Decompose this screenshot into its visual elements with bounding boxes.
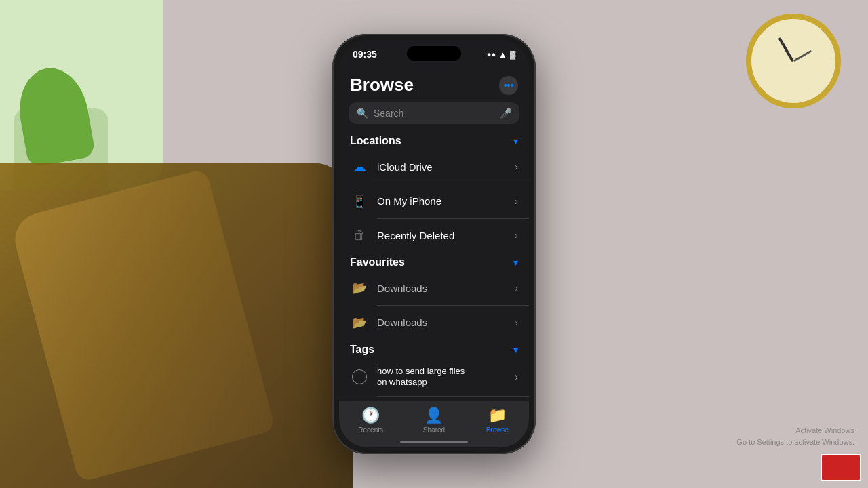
clock-decoration-right	[746, 14, 841, 108]
tab-browse[interactable]: 📁 Browse	[466, 407, 529, 434]
downloads-folder-icon-2: 📂	[350, 313, 369, 332]
windows-watermark-line1: Activate Windows	[736, 425, 854, 436]
tags-title: Tags	[350, 344, 374, 356]
windows-watermark-line2: Go to Settings to activate Windows.	[736, 436, 854, 448]
tags-collapse-icon[interactable]: ▾	[513, 344, 518, 355]
browse-tab-icon: 📁	[488, 407, 507, 424]
tab-recents[interactable]: 🕐 Recents	[339, 407, 402, 434]
tags-section-header: Tags ▾	[339, 340, 529, 359]
content-area: Browse ••• 🔍 Search 🎤 Locations ▾ ☁	[339, 69, 529, 401]
locations-collapse-icon[interactable]: ▾	[513, 136, 518, 146]
downloads-chevron-icon-2: ›	[515, 317, 518, 328]
mic-icon[interactable]: 🎤	[500, 108, 511, 119]
hand-overlay	[0, 163, 353, 488]
tag-whatsapp-label: how to send large fileson whatsapp	[377, 366, 507, 389]
status-icons: ●● ▲ ▓	[487, 49, 515, 60]
tag-whatsapp-icon	[350, 367, 369, 386]
recents-tab-label: Recents	[358, 426, 383, 434]
recently-deleted-chevron-icon: ›	[515, 230, 518, 241]
tag-whatsapp-chevron-icon: ›	[515, 371, 518, 382]
icloud-drive-label: iCloud Drive	[377, 161, 507, 173]
downloads-chevron-icon-1: ›	[515, 283, 518, 293]
recents-tab-icon: 🕐	[361, 407, 380, 424]
thumbnail-bottom-right	[821, 454, 861, 481]
shared-tab-icon: 👤	[425, 407, 443, 424]
search-input[interactable]: Search	[374, 108, 494, 119]
downloads-item-1[interactable]: 📂 Downloads ›	[339, 271, 529, 305]
phone: 09:35 ●● ▲ ▓ Browse ••• 🔍 Search 🎤	[332, 34, 536, 454]
tab-shared[interactable]: 👤 Shared	[402, 407, 465, 434]
favourites-section-header: Favourites ▾	[339, 252, 529, 271]
signal-icon: ●●	[487, 50, 496, 58]
phone-screen: 09:35 ●● ▲ ▓ Browse ••• 🔍 Search 🎤	[339, 41, 529, 447]
tag-whatsapp-item[interactable]: how to send large fileson whatsapp ›	[339, 359, 529, 396]
home-indicator	[400, 441, 468, 443]
icloud-icon: ☁	[350, 157, 369, 176]
page-title: Browse	[350, 75, 414, 96]
ellipsis-icon: •••	[504, 80, 514, 91]
more-options-button[interactable]: •••	[499, 76, 518, 95]
downloads-folder-icon-1: 📂	[350, 279, 369, 298]
on-my-iphone-label: On My iPhone	[377, 195, 507, 207]
recently-deleted-item[interactable]: 🗑 Recently Deleted ›	[339, 218, 529, 252]
shared-tab-label: Shared	[423, 426, 445, 434]
status-time: 09:35	[353, 49, 377, 60]
locations-title: Locations	[350, 135, 401, 147]
trash-icon: 🗑	[350, 226, 369, 245]
dynamic-island	[407, 46, 461, 61]
battery-icon: ▓	[510, 50, 515, 58]
on-my-iphone-item[interactable]: 📱 On My iPhone ›	[339, 184, 529, 218]
iphone-icon: 📱	[350, 192, 369, 211]
icloud-drive-chevron-icon: ›	[515, 161, 518, 172]
downloads-item-2[interactable]: 📂 Downloads ›	[339, 306, 529, 340]
downloads-label-1: Downloads	[377, 283, 507, 294]
locations-section-header: Locations ▾	[339, 131, 529, 150]
recently-deleted-label: Recently Deleted	[377, 230, 507, 241]
browse-header: Browse •••	[339, 69, 529, 100]
favourites-title: Favourites	[350, 256, 405, 268]
search-icon: 🔍	[357, 108, 368, 119]
icloud-drive-item[interactable]: ☁ iCloud Drive ›	[339, 150, 529, 184]
search-bar[interactable]: 🔍 Search 🎤	[349, 102, 519, 124]
windows-watermark: Activate Windows Go to Settings to activ…	[736, 425, 854, 447]
plant-decoration-left	[0, 0, 163, 190]
on-my-iphone-chevron-icon: ›	[515, 196, 518, 207]
favourites-collapse-icon[interactable]: ▾	[513, 257, 518, 268]
browse-tab-label: Browse	[486, 426, 509, 434]
downloads-label-2: Downloads	[377, 317, 507, 328]
wifi-icon: ▲	[498, 49, 507, 60]
